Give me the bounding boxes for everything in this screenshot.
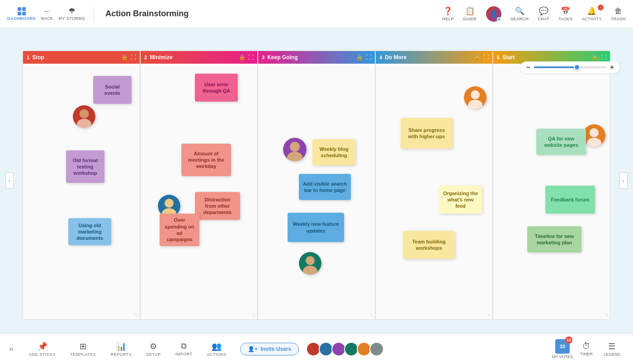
templates-label: TEMPLATES [70,352,96,357]
zoom-fill [534,66,577,68]
board-stop-num: 1 [27,55,29,60]
zoom-slider[interactable] [534,66,606,68]
bottom-avatars [306,342,384,356]
sticky-social-events[interactable]: Social events [93,76,132,104]
svg-point-3 [80,109,89,118]
board-stop: 1 Stop 🔒 ⛶ Social events Old fo [23,51,140,320]
tasks-icon: 📅 [561,6,570,16]
add-sticky-label: ADD STICKY [29,352,56,357]
board-stop-resize[interactable]: ⤡ [134,313,138,317]
sticky-weekly-updates[interactable]: Weekly new feature updates [288,213,344,242]
back-icon: ← [43,7,51,15]
invite-users-button[interactable]: 👤+ Invite Users [240,343,299,355]
boards-container: 1 Stop 🔒 ⛶ Social events Old fo [23,51,610,320]
avatar-1 [73,105,95,128]
add-sticky-button[interactable]: 📌 ADD STICKY [23,340,62,359]
board-minimize-header: 2 Minimize 🔒 ⛶ [141,51,257,64]
board-start-resize[interactable]: ⤡ [605,313,608,317]
invite-icon: 👤+ [248,346,258,352]
setup-button[interactable]: ⚙ SETUP [140,340,167,359]
sticky-old-marketing[interactable]: Using old marketing documents [68,218,111,245]
import-button[interactable]: ⧉ IMPORT [169,340,199,358]
guide-button[interactable]: 📋 GUIDE [463,6,477,21]
setup-icon: ⚙ [150,341,157,351]
legend-icon: ☰ [608,341,615,351]
legend-label: LEGEND [604,352,620,357]
chat-button[interactable]: 💬 CHAT [538,6,549,21]
svg-point-11 [306,256,315,265]
sticky-whats-new[interactable]: Organizing the what's new feed [439,186,482,214]
legend-button[interactable]: ☰ LEGEND [600,340,624,359]
timer-button[interactable]: ⏱ TIMER [576,340,596,358]
user-avatar[interactable]: 👤 [486,6,501,22]
sticky-timeline[interactable]: Timeline for new marketing plan [527,226,581,252]
reports-button[interactable]: 📊 REPORTS [104,340,138,359]
board-stop-header: 1 Stop 🔒 ⛶ [23,51,140,64]
board-stop-title: Stop [32,54,44,61]
zoom-in-button[interactable]: + [610,63,614,71]
board-minimize-resize[interactable]: ⤡ [252,313,255,317]
board-domore-header: 4 Do More 🔒 ⛶ [376,51,492,64]
timer-icon: ⏱ [582,341,590,351]
sticky-weekly-blog[interactable]: Weekly blog scheduling [312,139,355,165]
board-start-expand-icon[interactable]: ⛶ [601,54,606,61]
collapse-right-arrow[interactable]: › [619,173,628,189]
collapse-left-arrow[interactable]: ‹ [5,173,14,189]
board-start-title: Start [502,54,515,61]
sticky-old-format[interactable]: Old format testing workshop [66,150,104,183]
my-storms-button[interactable]: 🌩 MY STORMS [59,7,85,21]
trash-button[interactable]: 🗑 TRASH [611,7,626,21]
board-domore-resize[interactable]: ⤡ [487,313,491,317]
back-label: BACK [41,16,53,21]
board-domore-num: 4 [379,55,382,60]
online-indicator [497,17,501,21]
tasks-button[interactable]: 📅 TASKS [558,6,572,21]
board-stop-lock-icon[interactable]: 🔒 [121,54,128,61]
storms-icon: 🌩 [68,7,76,15]
svg-point-5 [165,199,174,208]
board-stop-expand-icon[interactable]: ⛶ [131,54,136,61]
dashboard-button[interactable]: DASHBOARD [7,7,36,21]
sticky-distraction[interactable]: Distraction from other deparments [195,192,240,220]
board-minimize-lock-icon[interactable]: 🔒 [239,54,246,61]
svg-point-14 [471,90,480,99]
back-button[interactable]: ← BACK [41,7,53,21]
avatar-5 [464,86,487,109]
actions-label: ACTIONS [207,352,227,357]
board-keepgoing-lock-icon[interactable]: 🔒 [356,54,363,61]
sticky-user-error[interactable]: User error through QA [195,74,238,102]
search-icon: 🔍 [515,6,524,16]
my-votes-button[interactable]: 10 10 MY VOTES [552,339,573,359]
sticky-qa-pages[interactable]: QA for new website pages [536,129,586,155]
help-button[interactable]: ❓ HELP [442,6,454,21]
participant-avatar-6[interactable] [369,342,384,356]
board-keepgoing: 3 Keep Going 🔒 ⛶ [258,51,375,320]
board-keepgoing-expand-icon[interactable]: ⛶ [366,54,371,61]
search-label: SEARCH [510,17,529,21]
board-minimize: 2 Minimize 🔒 ⛶ User error through QA Amo… [140,51,258,320]
board-domore-title: Do More [385,54,406,61]
zoom-out-button[interactable]: − [526,63,530,71]
board-minimize-expand-icon[interactable]: ⛶ [248,54,254,61]
board-domore-expand-icon[interactable]: ⛶ [483,54,489,61]
toolbar-divider [93,6,94,22]
zoom-handle[interactable] [574,64,580,70]
board-domore: 4 Do More 🔒 ⛶ Share progress with higher… [375,51,493,320]
sticky-meetings[interactable]: Amount of meetings in the workday [181,144,231,176]
sticky-overspending[interactable]: Over spending on ad campaigns [160,214,199,246]
sticky-share-progress[interactable]: Share progress with higher-ups [401,118,453,149]
sticky-search-bar[interactable]: Add visible search bar to home page [299,174,351,200]
board-domore-lock-icon[interactable]: 🔒 [474,54,481,61]
canvas-area[interactable]: − + ‹ › [0,28,633,333]
sticky-team-building[interactable]: Team building workshops [403,231,455,259]
sticky-feedback-forum[interactable]: Feedback forum [545,186,595,214]
board-start-lock-icon[interactable]: 🔒 [591,54,598,61]
search-button[interactable]: 🔍 SEARCH [510,6,529,21]
templates-icon: ⊞ [80,341,86,351]
actions-button[interactable]: 👥 ACTIONS [201,340,233,359]
actions-icon: 👥 [212,341,222,351]
templates-button[interactable]: ⊞ TEMPLATES [64,340,102,359]
activity-button[interactable]: 🔔 ACTIVITY ! [581,6,602,21]
board-keepgoing-resize[interactable]: ⤡ [369,313,373,317]
expand-icon[interactable]: » [9,344,14,354]
